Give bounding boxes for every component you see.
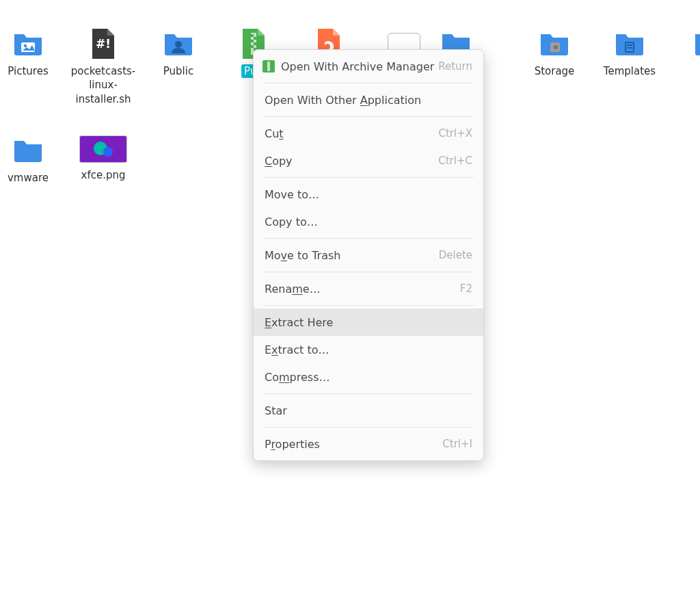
folder-templates[interactable]: Templates <box>592 27 667 106</box>
menu-separator <box>263 272 474 272</box>
menu-accel: Ctrl+X <box>438 127 472 140</box>
menu-label: Move to… <box>265 188 472 201</box>
folder-public[interactable]: Public <box>141 27 216 106</box>
menu-separator <box>263 427 474 428</box>
menu-accel: Delete <box>439 249 472 261</box>
folder-icon <box>692 27 700 60</box>
file-xfce-png[interactable]: xfce.png <box>66 134 141 185</box>
menu-star[interactable]: Star <box>254 397 483 424</box>
folder-storage[interactable]: Storage <box>517 27 592 106</box>
menu-label: Extract Here <box>265 316 472 329</box>
folder-disk-icon <box>538 27 571 60</box>
icon-label: Storage <box>535 64 575 78</box>
file-pocketcasts-installer[interactable]: #! pocketcasts-linux-installer.sh <box>66 27 141 106</box>
icon-label: vmware <box>8 171 49 185</box>
script-file-icon: #! <box>87 27 120 60</box>
menu-open-archive-manager[interactable]: Open With Archive Manager Return <box>254 53 483 80</box>
menu-copy-to[interactable]: Copy to… <box>254 208 483 235</box>
menu-properties[interactable]: Properties Ctrl+I <box>254 430 483 458</box>
icon-label: pocketcasts-linux-installer.sh <box>68 64 139 106</box>
menu-label: Cut <box>265 127 438 140</box>
folder-icon <box>12 134 44 167</box>
menu-cut[interactable]: Cut Ctrl+X <box>254 120 483 147</box>
desktop[interactable]: n-Live-x8… Pictures #! pocketcasts-linux… <box>0 0 700 604</box>
menu-move-to-trash[interactable]: Move to Trash Delete <box>254 241 483 269</box>
folder-cut-right[interactable]: te <box>671 27 700 106</box>
menu-label: Copy <box>265 155 438 168</box>
menu-label: Copy to… <box>265 215 472 228</box>
menu-separator <box>263 177 474 178</box>
menu-separator <box>263 83 474 83</box>
menu-label: Compress… <box>265 371 472 384</box>
menu-label: Open With Archive Manager <box>281 60 438 73</box>
menu-accel: Return <box>438 60 472 73</box>
svg-point-12 <box>554 45 558 49</box>
menu-open-other-app[interactable]: Open With Other Application <box>254 86 483 114</box>
menu-label: Extract to… <box>265 343 472 356</box>
menu-rename[interactable]: Rename… F2 <box>254 275 483 302</box>
svg-rect-15 <box>267 62 270 71</box>
folder-public-icon <box>162 27 195 60</box>
menu-label: Rename… <box>265 283 460 296</box>
menu-move-to[interactable]: Move to… <box>254 181 483 208</box>
svg-rect-9 <box>251 45 254 48</box>
folder-pictures[interactable]: Pictures <box>0 27 66 106</box>
svg-rect-8 <box>254 42 256 45</box>
menu-extract-here[interactable]: Extract Here <box>254 308 483 336</box>
svg-rect-6 <box>254 37 256 40</box>
menu-separator <box>263 393 474 394</box>
image-thumbnail-icon <box>79 134 128 164</box>
archive-manager-icon <box>262 60 275 73</box>
menu-copy[interactable]: Copy Ctrl+C <box>254 147 483 174</box>
menu-extract-to[interactable]: Extract to… <box>254 336 483 363</box>
folder-templates-icon <box>613 27 646 60</box>
svg-rect-7 <box>251 40 254 42</box>
svg-point-3 <box>175 41 182 48</box>
icon-label: Public <box>163 64 193 78</box>
menu-accel: Ctrl+I <box>442 438 472 450</box>
icon-label: xfce.png <box>81 168 126 182</box>
context-menu: Open With Archive Manager Return Open Wi… <box>253 49 484 461</box>
menu-label: Star <box>265 404 472 417</box>
menu-separator <box>263 238 474 239</box>
icon-label: Pictures <box>8 64 48 78</box>
menu-label: Open With Other Application <box>265 94 472 107</box>
icon-label: Templates <box>604 64 656 78</box>
svg-text:#!: #! <box>96 37 111 51</box>
menu-compress[interactable]: Compress… <box>254 363 483 391</box>
folder-vmware[interactable]: vmware <box>0 134 66 185</box>
svg-point-1 <box>24 44 27 47</box>
icon-row-2: vmware xfce.png <box>0 134 141 185</box>
menu-accel: Ctrl+C <box>438 155 472 167</box>
svg-rect-5 <box>251 34 254 37</box>
folder-pictures-icon <box>12 27 44 60</box>
menu-label: Move to Trash <box>265 249 439 262</box>
menu-accel: F2 <box>460 283 472 295</box>
menu-separator <box>263 305 474 306</box>
menu-separator <box>263 116 474 117</box>
menu-label: Properties <box>265 438 442 451</box>
